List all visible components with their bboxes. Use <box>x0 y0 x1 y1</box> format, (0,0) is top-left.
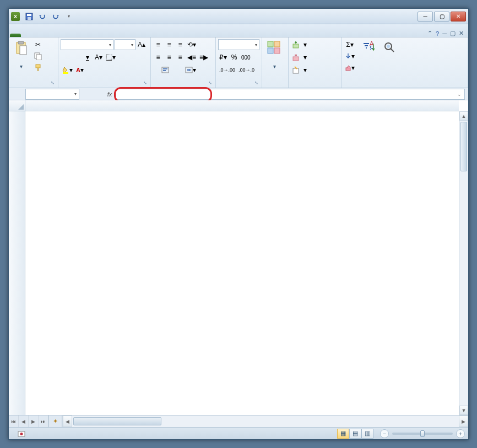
scroll-right-icon[interactable]: ▶ <box>459 415 468 427</box>
autosum-button[interactable]: Σ▾ <box>344 39 356 50</box>
minimize-button[interactable]: ─ <box>418 12 433 21</box>
tab-last-icon[interactable]: ⏭ <box>39 415 48 427</box>
number-format-combo[interactable]: ▾ <box>218 39 259 50</box>
font-color-button[interactable]: A▾ <box>75 64 85 75</box>
new-sheet-button[interactable]: ✦ <box>49 415 62 427</box>
doc-restore-icon[interactable]: ▢ <box>450 30 456 37</box>
cut-button[interactable]: ✂ <box>32 39 44 50</box>
group-alignment: ≡ ≡ ≡ ⟲▾ ≡ ≡ ≡ ◀≡ ≡▶ ▾ <box>151 37 216 88</box>
svg-rect-2 <box>28 17 31 20</box>
select-all-button[interactable] <box>9 100 25 111</box>
hscroll-thumb[interactable] <box>73 417 161 425</box>
svg-rect-1 <box>27 14 31 16</box>
wrap-text-button[interactable] <box>153 64 177 75</box>
styles-button[interactable]: ▾ <box>264 39 284 71</box>
ribbon-minimize-icon[interactable]: ⌃ <box>427 30 432 37</box>
ribbon-help-area: ⌃ ? ─ ▢ ✕ <box>427 30 467 37</box>
tab-next-icon[interactable]: ▶ <box>29 415 39 427</box>
status-bar: ▦ ▤ ▥ − + <box>9 427 468 439</box>
svg-rect-17 <box>268 48 273 53</box>
zoom-in-button[interactable]: + <box>456 429 465 438</box>
maximize-button[interactable]: ▢ <box>434 12 449 21</box>
qat-redo-button[interactable] <box>50 10 62 23</box>
horizontal-scrollbar[interactable]: ◀ ▶ <box>62 415 468 427</box>
close-button[interactable]: ✕ <box>451 12 466 21</box>
clear-button[interactable]: ▾ <box>344 62 356 73</box>
number-launcher-icon[interactable]: ⤡ <box>253 80 259 87</box>
comma-icon[interactable]: 000 <box>240 52 252 63</box>
file-tab[interactable] <box>10 34 21 37</box>
currency-icon[interactable]: ₽▾ <box>218 52 228 63</box>
percent-icon[interactable]: % <box>229 52 239 63</box>
clipboard-launcher-icon[interactable]: ⤡ <box>49 80 56 87</box>
vertical-scrollbar[interactable]: ▲ ▼ <box>459 111 468 415</box>
group-number: ▾ ₽▾ % 000 .0→.00 .00→.0 ⤡ <box>216 37 262 88</box>
increase-decimal-icon[interactable]: .0→.00 <box>218 64 236 75</box>
borders-button[interactable]: ▾ <box>105 52 117 63</box>
align-left-icon[interactable]: ≡ <box>153 52 163 63</box>
paste-button[interactable]: ▾ <box>11 39 31 71</box>
fill-color-button[interactable]: ▾ <box>61 64 74 75</box>
align-center-icon[interactable]: ≡ <box>164 52 174 63</box>
format-painter-button[interactable] <box>32 62 44 73</box>
align-top-icon[interactable]: ≡ <box>153 39 163 50</box>
find-select-button[interactable] <box>380 39 400 58</box>
underline-button[interactable]: ▾ <box>83 52 93 63</box>
insert-cells-button[interactable]: ▾ <box>291 39 339 50</box>
cells-area[interactable] <box>25 111 459 415</box>
view-page-layout-button[interactable]: ▤ <box>349 429 361 439</box>
sheet-tabs-bar: ⏮ ◀ ▶ ⏭ ✦ ◀ ▶ <box>9 415 468 427</box>
view-normal-button[interactable]: ▦ <box>337 429 349 439</box>
doc-close-icon[interactable]: ✕ <box>459 30 464 37</box>
app-window: X ▾ ─ ▢ ✕ ⌃ ? ─ ▢ ✕ <box>8 8 469 440</box>
format-cells-button[interactable]: ▾ <box>291 64 339 75</box>
decrease-font-icon[interactable]: A▾ <box>94 52 104 63</box>
tab-prev-icon[interactable]: ◀ <box>19 415 29 427</box>
zoom-slider[interactable] <box>392 433 453 435</box>
increase-font-icon[interactable]: A▴ <box>137 39 147 50</box>
align-bottom-icon[interactable]: ≡ <box>175 39 185 50</box>
group-styles-label <box>264 87 286 88</box>
view-buttons: ▦ ▤ ▥ <box>337 429 373 439</box>
italic-button[interactable] <box>72 52 82 63</box>
scroll-left-icon[interactable]: ◀ <box>63 415 72 427</box>
scroll-down-icon[interactable]: ▼ <box>459 406 468 415</box>
qat-undo-button[interactable] <box>36 10 48 23</box>
zoom-knob[interactable] <box>420 430 425 437</box>
name-box[interactable]: ▾ <box>25 89 79 100</box>
vscroll-thumb[interactable] <box>460 122 467 171</box>
font-launcher-icon[interactable]: ⤡ <box>142 80 148 87</box>
macro-record-icon[interactable] <box>18 430 25 438</box>
ribbon: ▾ ✂ ⤡ ▾ ▾ <box>9 37 468 88</box>
align-right-icon[interactable]: ≡ <box>175 52 185 63</box>
decrease-decimal-icon[interactable]: .00→.0 <box>237 64 256 75</box>
doc-minimize-icon[interactable]: ─ <box>442 30 447 37</box>
group-alignment-label: ⤡ <box>153 87 213 88</box>
help-icon[interactable]: ? <box>436 30 439 37</box>
alignment-launcher-icon[interactable]: ⤡ <box>207 80 213 87</box>
orientation-icon[interactable]: ⟲▾ <box>186 39 197 50</box>
indent-increase-icon[interactable]: ≡▶ <box>198 52 209 63</box>
group-number-label: ⤡ <box>218 87 259 88</box>
zoom-out-button[interactable]: − <box>380 429 389 438</box>
fx-button[interactable]: fx <box>104 89 116 100</box>
scroll-up-icon[interactable]: ▲ <box>459 111 468 121</box>
font-name-combo[interactable]: ▾ <box>61 39 113 50</box>
formula-input[interactable]: ⌄ <box>116 89 465 100</box>
view-page-break-button[interactable]: ▥ <box>361 429 373 439</box>
sort-filter-button[interactable]: AЯ <box>359 39 379 58</box>
svg-rect-19 <box>293 44 299 48</box>
group-styles: ▾ <box>262 37 289 88</box>
indent-decrease-icon[interactable]: ◀≡ <box>186 52 197 63</box>
align-middle-icon[interactable]: ≡ <box>164 39 174 50</box>
copy-button[interactable] <box>32 51 44 62</box>
qat-customize-button[interactable]: ▾ <box>63 10 75 23</box>
fill-button[interactable]: ▾ <box>344 51 356 62</box>
merge-button[interactable]: ▾ <box>178 64 203 75</box>
tab-first-icon[interactable]: ⏮ <box>9 415 19 427</box>
delete-cells-button[interactable]: ▾ <box>291 52 339 63</box>
qat-save-button[interactable] <box>23 10 35 23</box>
bold-button[interactable] <box>61 52 71 63</box>
formula-expand-icon[interactable]: ⌄ <box>456 90 463 98</box>
font-size-combo[interactable]: ▾ <box>115 39 135 50</box>
